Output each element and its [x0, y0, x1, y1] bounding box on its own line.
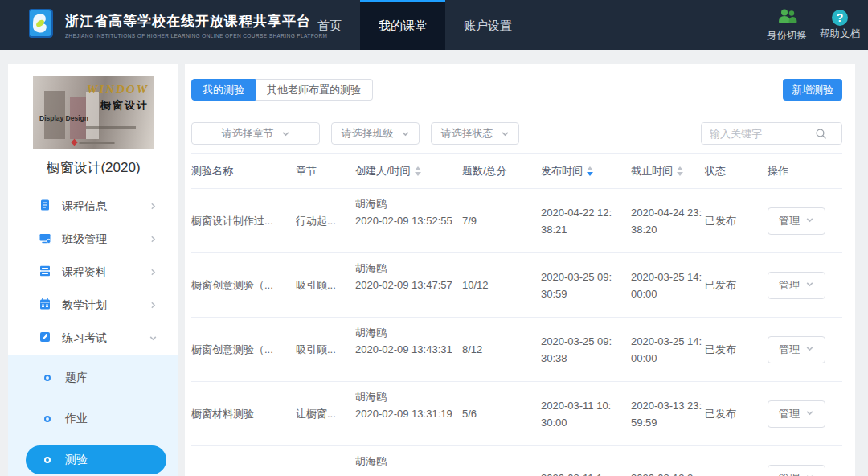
status-badge: 已发布: [705, 278, 768, 293]
toolbar: 我的测验 其他老师布置的测验 新增测验: [191, 79, 842, 101]
add-quiz-button[interactable]: 新增测验: [783, 79, 842, 101]
chapter-select[interactable]: 请选择章节: [191, 122, 320, 145]
table-row: 橱窗创意测验（...吸引顾...胡海鸥2020-02-09 13:43:318/…: [191, 318, 842, 382]
creator-name: 胡海鸥: [355, 260, 457, 277]
create-time: 2020-02-09 13:52:55: [355, 215, 452, 227]
publish-time: 2020-03-25 09:30:38: [541, 333, 613, 367]
top-navbar: 浙江省高等学校在线开放课程共享平台 ZHEJIANG INSTITUTIONS …: [0, 0, 868, 50]
calendar-icon: [39, 298, 51, 314]
identity-switch-button[interactable]: 身份切换: [767, 8, 807, 43]
column-header-4[interactable]: 发布时间: [541, 164, 631, 178]
action-cell: 管理: [768, 272, 842, 299]
sidebar-item-2[interactable]: 课程资料: [8, 256, 178, 289]
manage-button-label: 管理: [779, 214, 800, 228]
sidebar-item-label: 课程信息: [62, 199, 107, 214]
quiz-count-score: 5/6: [462, 408, 541, 420]
quiz-count-score: 10/12: [462, 279, 541, 291]
search-button[interactable]: [800, 123, 841, 144]
class-select[interactable]: 请选择班级: [331, 122, 420, 145]
deadline-time: 2020-03-13 23:59:59: [631, 397, 703, 431]
manage-button[interactable]: 管理: [768, 400, 825, 428]
column-header-5[interactable]: 截止时间: [631, 164, 705, 178]
sidebar-submenu: 题库作业测验: [8, 355, 178, 476]
chevron-down-icon: [805, 343, 814, 355]
publish-time-cell: 2020-03-25 09:30:59: [541, 269, 631, 302]
sidebar-item-1[interactable]: 班级管理: [8, 223, 178, 256]
exam-icon: [39, 330, 51, 347]
nav-actions: 身份切换 ? 帮助文档: [767, 0, 860, 50]
cover-decor: [86, 126, 136, 129]
quiz-name: 橱窗创意测验（...: [191, 343, 296, 357]
column-header-2[interactable]: 创建人/时间: [355, 164, 462, 178]
submenu-item-2[interactable]: 测验: [8, 439, 178, 476]
deadline-cell: 2020-03-25 14:00:00: [631, 333, 705, 367]
deadline-time: 2020-04-24 23:38:20: [631, 204, 703, 238]
manage-button-label: 管理: [779, 407, 800, 421]
action-cell: 管理: [768, 336, 842, 363]
chevron-down-icon: [501, 129, 510, 138]
table-row: 橱窗材料测验让橱窗...胡海鸥2020-02-09 13:31:195/6202…: [191, 382, 842, 446]
quiz-name: 橱窗材料测验: [191, 407, 296, 421]
sidebar-item-4[interactable]: 练习考试: [8, 322, 178, 355]
column-header-0: 测验名称: [191, 164, 296, 178]
quiz-tabs: 我的测验 其他老师布置的测验: [191, 79, 373, 101]
sort-icon[interactable]: [415, 166, 421, 176]
course-cover-image[interactable]: WINDOW 橱窗设计 Display Design: [33, 76, 154, 149]
course-title: 橱窗设计(2020): [8, 158, 178, 177]
manage-button[interactable]: 管理: [768, 207, 825, 235]
brand: 浙江省高等学校在线开放课程共享平台 ZHEJIANG INSTITUTIONS …: [24, 0, 327, 50]
search-input[interactable]: [702, 123, 800, 144]
cover-publisher-mark: [72, 140, 115, 145]
chapter-select-label: 请选择章节: [222, 126, 274, 141]
help-docs-label: 帮助文档: [820, 27, 860, 41]
chevron-down-icon: [805, 408, 814, 420]
manage-button-label: 管理: [779, 278, 800, 293]
manage-button[interactable]: 管理: [768, 465, 825, 476]
column-header-1: 章节: [296, 164, 355, 178]
main-panel: 我的测验 其他老师布置的测验 新增测验 请选择章节 请选择班级 请选择状态: [185, 64, 855, 476]
column-header-label: 创建人/时间: [355, 164, 411, 178]
quiz-creator-time: 胡海鸥2020-02-09 13:47:57: [355, 260, 457, 310]
status-badge: 已发布: [705, 343, 768, 357]
quiz-creator-time: 胡海鸥: [355, 453, 457, 476]
quiz-name: 橱窗设计制作过...: [191, 214, 296, 228]
quiz-creator-time: 胡海鸥2020-02-09 13:31:19: [355, 388, 457, 439]
doc-icon: [39, 199, 51, 215]
search-icon: [815, 128, 827, 140]
chevron-right-icon: [149, 202, 158, 211]
help-docs-button[interactable]: ? 帮助文档: [820, 10, 860, 41]
deadline-time: 2020-03-25 14:00:00: [631, 333, 703, 367]
sidebar-item-3[interactable]: 教学计划: [8, 289, 178, 322]
submenu-item-label: 题库: [65, 371, 88, 385]
status-select-label: 请选择状态: [441, 126, 493, 141]
publish-time-cell: 2020-03-11 10:30:00: [541, 397, 631, 431]
sidebar-item-0[interactable]: 课程信息: [8, 190, 178, 223]
nav-item-2[interactable]: 账户设置: [445, 0, 530, 50]
submenu-item-label: 测验: [65, 453, 88, 467]
sidebar-item-label: 练习考试: [62, 331, 107, 346]
sort-icon[interactable]: [677, 166, 683, 176]
submenu-item-0[interactable]: 题库: [8, 357, 178, 398]
platform-subtitle: ZHEJIANG INSTITUTIONS OF HIGHER LEARNING…: [65, 33, 327, 39]
help-icon: ?: [832, 10, 848, 26]
sort-icon[interactable]: [587, 166, 593, 176]
chevron-right-icon: [149, 268, 158, 277]
tab-other-teachers-quizzes[interactable]: 其他老师布置的测验: [256, 79, 373, 101]
table-row: 橱窗创意测验（...吸引顾...胡海鸥2020-02-09 13:47:5710…: [191, 253, 842, 318]
table-row: 橱窗设计制作过...行动起...胡海鸥2020-02-09 13:52:557/…: [191, 189, 842, 253]
submenu-item-1[interactable]: 作业: [8, 398, 178, 439]
table-body: 橱窗设计制作过...行动起...胡海鸥2020-02-09 13:52:557/…: [191, 189, 842, 476]
deadline-cell: 2020-03-13 23:59:59: [631, 397, 705, 431]
nav-item-1[interactable]: 我的课堂: [360, 0, 445, 50]
create-time: 2020-02-09 13:31:19: [355, 408, 452, 420]
quiz-count-score: 7/9: [462, 215, 541, 227]
nav-item-0[interactable]: 首页: [299, 0, 360, 50]
chevron-down-icon: [401, 129, 410, 138]
tab-my-quizzes[interactable]: 我的测验: [191, 79, 256, 101]
manage-button[interactable]: 管理: [768, 272, 825, 299]
status-select[interactable]: 请选择状态: [431, 122, 519, 145]
quiz-chapter: 让橱窗...: [296, 407, 355, 421]
manage-button[interactable]: 管理: [768, 336, 825, 363]
status-badge: 已发布: [705, 214, 768, 228]
create-time: 2020-02-09 13:47:57: [355, 279, 452, 291]
